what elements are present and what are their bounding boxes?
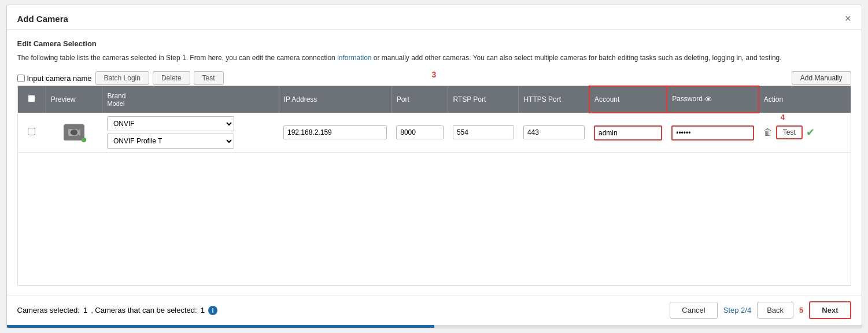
model-select[interactable]: ONVIF Profile T: [107, 134, 234, 149]
https-port-input[interactable]: [523, 125, 585, 139]
success-check-icon: ✔: [806, 126, 815, 139]
cameras-can-be-label: , Cameras that can be selected:: [91, 306, 197, 314]
section-title: Edit Camera Selection: [17, 39, 851, 48]
svg-point-2: [71, 131, 74, 134]
input-camera-name-checkbox[interactable]: [17, 75, 25, 82]
dialog-header: Add Camera ×: [7, 5, 862, 30]
delete-button[interactable]: Delete: [153, 71, 190, 85]
footer-left: Cameras selected: 1 , Cameras that can b…: [17, 306, 217, 315]
row-password-cell: [667, 113, 759, 153]
th-port: Port: [391, 86, 448, 113]
brand-model-selects: ONVIF ONVIF Profile T: [107, 116, 274, 149]
account-input[interactable]: [594, 125, 662, 140]
cameras-can-be-count: 1: [201, 306, 205, 314]
input-camera-name-label: Input camera name: [27, 74, 92, 83]
row-preview-cell: [46, 113, 102, 153]
next-button[interactable]: Next: [809, 301, 851, 319]
dialog-footer: Cameras selected: 1 , Cameras that can b…: [7, 295, 862, 325]
step4-annotation: 4: [781, 113, 785, 121]
cameras-selected-count: 1: [83, 306, 87, 314]
port-input[interactable]: [396, 125, 444, 139]
desc-part1: The following table lists the cameras se…: [17, 54, 338, 62]
select-all-checkbox[interactable]: [28, 95, 35, 102]
step5-annotation: 5: [799, 306, 803, 314]
camera-preview: [50, 124, 98, 140]
back-button[interactable]: Back: [757, 302, 793, 319]
input-camera-name-group: Input camera name: [17, 74, 92, 83]
row-rtsp-cell: [448, 113, 519, 153]
add-manually-button[interactable]: Add Manually: [792, 71, 851, 85]
rtsp-port-input[interactable]: [453, 125, 514, 139]
th-password: Password 👁: [667, 86, 759, 113]
dialog-body: Edit Camera Selection The following tabl…: [7, 30, 862, 295]
desc-highlight: information: [337, 54, 371, 62]
th-https-port: HTTPS Port: [519, 86, 589, 113]
delete-row-icon[interactable]: 🗑: [763, 127, 773, 138]
step-label: Step 2/4: [723, 306, 751, 314]
test-row-button[interactable]: Test: [776, 125, 803, 139]
action-buttons: 4 🗑 Test ✔: [763, 125, 846, 139]
row-account-cell: [589, 113, 667, 153]
dialog-title: Add Camera: [17, 14, 68, 24]
th-brand-model: Brand Model: [102, 86, 279, 113]
th-rtsp-port: RTSP Port: [448, 86, 519, 113]
row-brand-cell: ONVIF ONVIF Profile T: [102, 113, 279, 153]
description-text: The following table lists the cameras se…: [17, 53, 851, 63]
info-icon[interactable]: i: [208, 306, 217, 315]
test-button[interactable]: Test: [194, 71, 224, 85]
row-port-cell: [391, 113, 448, 153]
svg-rect-0: [68, 129, 77, 136]
progress-bar: [7, 325, 862, 328]
row-checkbox-cell: [18, 113, 46, 153]
th-checkbox: [18, 86, 46, 113]
th-account: Account: [589, 86, 667, 113]
th-ip-address: IP Address: [279, 86, 391, 113]
add-camera-dialog: Add Camera × Edit Camera Selection The f…: [6, 5, 862, 328]
svg-marker-1: [77, 129, 80, 136]
password-input[interactable]: [671, 125, 754, 140]
camera-table-wrapper: Preview Brand Model IP Address Port: [17, 85, 851, 286]
camera-icon: [64, 124, 84, 140]
batch-login-button[interactable]: Batch Login: [95, 71, 149, 85]
step3-annotation: 3: [432, 70, 437, 79]
brand-select[interactable]: ONVIF: [107, 116, 234, 131]
th-action: Action: [759, 86, 851, 113]
toolbar-left: Input camera name Batch Login Delete Tes…: [17, 71, 792, 85]
camera-online-dot: [82, 138, 86, 142]
close-button[interactable]: ×: [845, 13, 851, 24]
cancel-button[interactable]: Cancel: [670, 302, 717, 319]
th-preview: Preview: [46, 86, 102, 113]
row-https-cell: [519, 113, 589, 153]
row-checkbox[interactable]: [28, 128, 35, 135]
toolbar-container: Input camera name Batch Login Delete Tes…: [17, 71, 851, 85]
camera-table: Preview Brand Model IP Address Port: [18, 86, 851, 153]
row-ip-cell: [279, 113, 391, 153]
footer-right: Cancel Step 2/4 Back 5 Next: [670, 301, 851, 319]
row-action-cell: 4 🗑 Test ✔: [759, 113, 851, 153]
ip-address-input[interactable]: [283, 125, 387, 139]
desc-part2: or manually add other cameras. You can a…: [372, 54, 782, 62]
toolbar-right: Add Manually: [792, 71, 851, 85]
cameras-selected-label: Cameras selected:: [17, 306, 80, 314]
password-eye-icon[interactable]: 👁: [704, 95, 712, 104]
table-row: ONVIF ONVIF Profile T: [18, 113, 851, 153]
